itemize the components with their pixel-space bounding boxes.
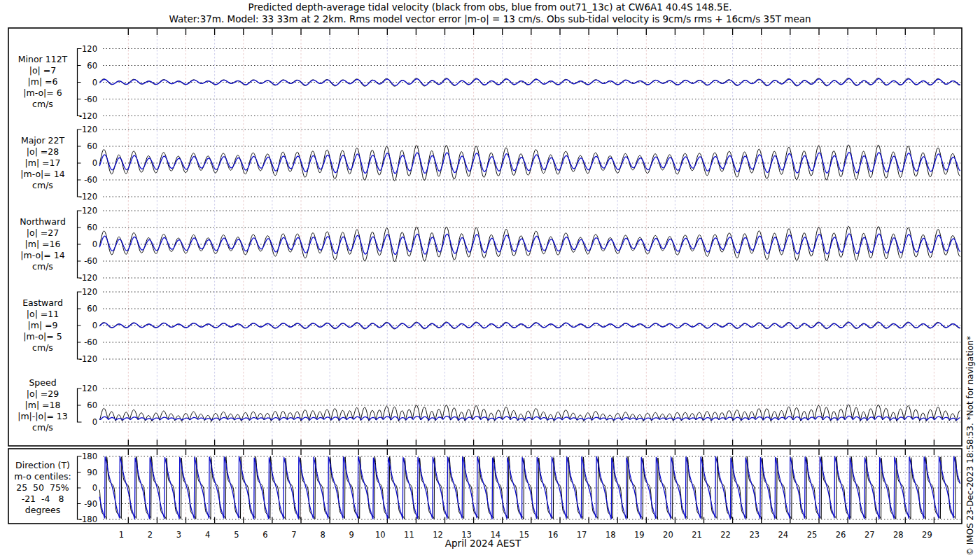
y-tick-label-north: 60 <box>87 223 97 232</box>
y-tick-label-minor: -120 <box>79 111 97 121</box>
y-tick-label-direction: 180 <box>82 451 97 461</box>
panel-label-line: |m-o|= 14 <box>8 250 77 261</box>
panel-label-line: |o| =7 <box>8 65 77 76</box>
panel-label-line: |m-o|= 5 <box>8 331 77 342</box>
y-tick-label-east: -120 <box>79 354 97 364</box>
y-tick-label-direction: -180 <box>79 514 97 524</box>
y-tick-label-direction: 0 <box>92 483 97 493</box>
panel-label-line: Direction (T) <box>8 460 77 471</box>
panel-label-line: Northward <box>8 216 77 227</box>
panel-label-line: |o| =28 <box>8 146 77 158</box>
panel-label-direction: Direction (T)m-o centiles:25 50 75%-21 -… <box>8 460 77 516</box>
panel-series-major <box>99 145 960 181</box>
y-tick-label-minor: 120 <box>82 44 97 54</box>
panel-label-line: cm/s <box>8 180 77 191</box>
panel-label-line: -21 -4 8 <box>8 493 77 505</box>
y-tick-label-minor: 60 <box>87 61 97 71</box>
panel-label-minor: Minor 112T|o| =7|m| =6|m-o|= 6cm/s <box>8 54 77 110</box>
panel-label-line: 25 50 75% <box>8 482 77 493</box>
panel-label-major: Major 22T|o| =28|m| =17|m-o|= 14cm/s <box>8 135 77 191</box>
tidal-chart-canvas: 120600-60-120120600-60-120120600-60-1201… <box>0 0 980 560</box>
y-tick-label-direction: -90 <box>84 499 97 509</box>
panel-label-line: cm/s <box>8 261 77 272</box>
y-tick-label-direction: 90 <box>87 468 97 477</box>
x-axis-caption: April 2024 AEST <box>0 538 966 549</box>
panel-label-north: Northward|o| =27|m| =16|m-o|= 14cm/s <box>8 216 77 272</box>
y-tick-label-major: 0 <box>92 158 97 168</box>
series-model-east <box>99 323 960 328</box>
y-tick-label-east: -60 <box>84 337 97 347</box>
y-axis-bracket-speed <box>78 388 82 422</box>
y-tick-label-speed: 120 <box>82 384 97 393</box>
y-tick-label-north: 0 <box>92 239 97 249</box>
panel-label-line: |o| =11 <box>8 309 77 320</box>
y-tick-label-speed: 60 <box>87 400 97 410</box>
panel-label-line: degrees <box>8 505 77 516</box>
y-tick-label-east: 0 <box>92 321 97 330</box>
y-axis-bracket-direction <box>78 456 82 519</box>
panel-label-line: cm/s <box>8 422 77 433</box>
panel-label-line: |m| =17 <box>8 158 77 169</box>
panel-label-line: Speed <box>8 377 77 388</box>
y-tick-label-north: -120 <box>79 273 97 283</box>
panel-label-line: m-o centiles: <box>8 471 77 482</box>
y-tick-label-north: 120 <box>82 206 97 216</box>
y-tick-label-major: 120 <box>82 125 97 134</box>
y-axes: 120600-60-120120600-60-120120600-60-1201… <box>78 44 961 525</box>
panel-label-line: |m| =16 <box>8 239 77 250</box>
credit-vertical-text: © IMOS 23-Dec-2023 18:58:53. *Not for na… <box>965 262 975 556</box>
panel-label-speed: Speed|o| =29|m| =18|m|-|o|= 13cm/s <box>8 377 77 433</box>
y-axis-bracket-east <box>78 292 82 359</box>
y-tick-label-major: -120 <box>79 192 97 202</box>
panel-series-speed <box>99 405 960 421</box>
y-tick-label-minor: 0 <box>92 78 97 88</box>
series-model-north <box>99 234 960 254</box>
panel-label-east: Eastward|o| =11|m| =9|m-o|= 5cm/s <box>8 298 77 354</box>
series-model-major <box>99 153 960 174</box>
panel-label-line: |m| =6 <box>8 76 77 88</box>
panel-label-line: |o| =27 <box>8 227 77 239</box>
tidal-velocity-figure: Predicted depth-average tidal velocity (… <box>0 0 980 560</box>
y-tick-label-speed: 0 <box>92 417 97 427</box>
panel-series-north <box>99 226 960 261</box>
panel-label-line: |m|-|o|= 13 <box>8 411 77 422</box>
panel-label-line: cm/s <box>8 99 77 110</box>
y-tick-label-major: -60 <box>84 175 97 185</box>
panel-label-line: |m| =9 <box>8 320 77 331</box>
panel-label-line: cm/s <box>8 342 77 354</box>
series-model-minor <box>99 79 960 86</box>
y-tick-label-east: 120 <box>82 287 97 297</box>
panel-series-east <box>99 322 960 329</box>
panel-label-line: |m| =18 <box>8 400 77 411</box>
y-tick-label-major: 60 <box>87 141 97 151</box>
panel-label-line: Major 22T <box>8 135 77 146</box>
panel-label-line: |m-o|= 14 <box>8 169 77 180</box>
panel-label-line: Eastward <box>8 298 77 309</box>
y-axis-bracket-major <box>78 130 82 197</box>
y-axis-bracket-minor <box>78 49 82 116</box>
y-tick-label-east: 60 <box>87 304 97 314</box>
y-tick-label-north: -60 <box>84 256 97 266</box>
panel-label-line: |m-o|= 6 <box>8 88 77 99</box>
panel-series-minor <box>99 78 960 87</box>
y-tick-label-minor: -60 <box>84 94 97 104</box>
panel-label-line: Minor 112T <box>8 54 77 65</box>
panel-label-line: |o| =29 <box>8 388 77 400</box>
y-axis-bracket-north <box>78 211 82 278</box>
